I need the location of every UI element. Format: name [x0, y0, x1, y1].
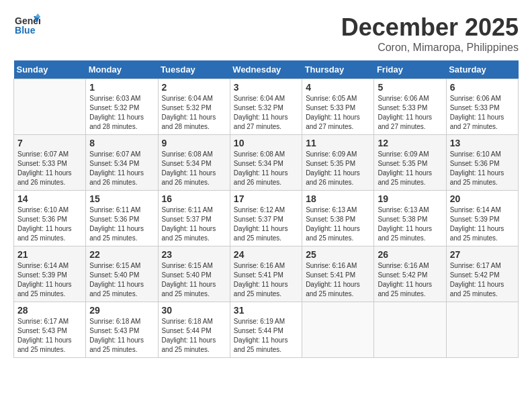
day-info: Sunrise: 6:04 AM Sunset: 5:32 PM Dayligh… [162, 94, 226, 132]
calendar-body: 1Sunrise: 6:03 AM Sunset: 5:32 PM Daylig… [14, 79, 519, 358]
day-info: Sunrise: 6:06 AM Sunset: 5:33 PM Dayligh… [378, 94, 442, 132]
day-cell: 25Sunrise: 6:16 AM Sunset: 5:41 PM Dayli… [302, 246, 374, 302]
week-row-5: 28Sunrise: 6:17 AM Sunset: 5:43 PM Dayli… [14, 302, 519, 358]
day-cell: 14Sunrise: 6:10 AM Sunset: 5:36 PM Dayli… [14, 191, 86, 246]
header-row: SundayMondayTuesdayWednesdayThursdayFrid… [14, 60, 519, 79]
day-cell: 2Sunrise: 6:04 AM Sunset: 5:32 PM Daylig… [158, 79, 230, 135]
day-cell: 1Sunrise: 6:03 AM Sunset: 5:32 PM Daylig… [86, 79, 158, 135]
day-info: Sunrise: 6:17 AM Sunset: 5:43 PM Dayligh… [17, 317, 82, 355]
day-cell: 10Sunrise: 6:08 AM Sunset: 5:34 PM Dayli… [230, 135, 302, 191]
day-number: 7 [17, 138, 82, 148]
day-info: Sunrise: 6:11 AM Sunset: 5:37 PM Dayligh… [162, 205, 226, 243]
day-number: 24 [234, 249, 298, 260]
day-number: 8 [89, 138, 154, 148]
day-number: 17 [234, 193, 298, 204]
day-info: Sunrise: 6:18 AM Sunset: 5:43 PM Dayligh… [89, 317, 154, 355]
header-cell-wednesday: Wednesday [230, 60, 302, 79]
day-info: Sunrise: 6:05 AM Sunset: 5:33 PM Dayligh… [306, 94, 370, 132]
svg-text:Blue: Blue [15, 25, 36, 36]
day-number: 2 [162, 82, 226, 93]
day-cell: 12Sunrise: 6:09 AM Sunset: 5:35 PM Dayli… [374, 135, 446, 191]
day-number: 3 [234, 82, 298, 93]
day-cell: 26Sunrise: 6:16 AM Sunset: 5:42 PM Dayli… [374, 246, 446, 302]
day-info: Sunrise: 6:13 AM Sunset: 5:38 PM Dayligh… [378, 205, 442, 243]
day-cell: 31Sunrise: 6:19 AM Sunset: 5:44 PM Dayli… [230, 302, 302, 358]
day-info: Sunrise: 6:14 AM Sunset: 5:39 PM Dayligh… [450, 205, 515, 243]
day-number: 27 [450, 249, 515, 260]
header-cell-sunday: Sunday [14, 60, 86, 79]
day-number: 9 [162, 138, 226, 148]
day-info: Sunrise: 6:17 AM Sunset: 5:42 PM Dayligh… [450, 261, 515, 299]
day-cell: 23Sunrise: 6:15 AM Sunset: 5:40 PM Dayli… [158, 246, 230, 302]
day-number: 18 [306, 193, 370, 204]
day-info: Sunrise: 6:08 AM Sunset: 5:34 PM Dayligh… [234, 150, 298, 187]
day-cell: 30Sunrise: 6:18 AM Sunset: 5:44 PM Dayli… [158, 302, 230, 358]
header-cell-tuesday: Tuesday [158, 60, 230, 79]
day-cell: 5Sunrise: 6:06 AM Sunset: 5:33 PM Daylig… [374, 79, 446, 135]
day-info: Sunrise: 6:14 AM Sunset: 5:39 PM Dayligh… [17, 261, 82, 299]
day-info: Sunrise: 6:10 AM Sunset: 5:36 PM Dayligh… [17, 205, 82, 243]
day-number: 5 [378, 82, 442, 93]
day-number: 6 [450, 82, 515, 93]
day-cell: 8Sunrise: 6:07 AM Sunset: 5:34 PM Daylig… [86, 135, 158, 191]
day-number: 20 [450, 193, 515, 204]
day-info: Sunrise: 6:04 AM Sunset: 5:32 PM Dayligh… [234, 94, 298, 132]
day-number: 28 [17, 305, 82, 316]
logo-icon: General Blue [13, 13, 40, 37]
day-cell: 29Sunrise: 6:18 AM Sunset: 5:43 PM Dayli… [86, 302, 158, 358]
day-info: Sunrise: 6:12 AM Sunset: 5:37 PM Dayligh… [234, 205, 298, 243]
day-number: 21 [17, 249, 82, 260]
day-cell: 28Sunrise: 6:17 AM Sunset: 5:43 PM Dayli… [14, 302, 86, 358]
month-title: December 2025 [341, 13, 519, 42]
day-info: Sunrise: 6:15 AM Sunset: 5:40 PM Dayligh… [162, 261, 226, 299]
header-cell-thursday: Thursday [302, 60, 374, 79]
header-cell-saturday: Saturday [446, 60, 518, 79]
day-cell [302, 302, 374, 358]
day-cell: 15Sunrise: 6:11 AM Sunset: 5:36 PM Dayli… [86, 191, 158, 246]
day-number: 13 [450, 138, 515, 148]
day-cell: 3Sunrise: 6:04 AM Sunset: 5:32 PM Daylig… [230, 79, 302, 135]
day-info: Sunrise: 6:16 AM Sunset: 5:42 PM Dayligh… [378, 261, 442, 299]
day-info: Sunrise: 6:07 AM Sunset: 5:33 PM Dayligh… [17, 150, 82, 187]
calendar-table: SundayMondayTuesdayWednesdayThursdayFrid… [13, 60, 519, 358]
calendar-header: SundayMondayTuesdayWednesdayThursdayFrid… [14, 60, 519, 79]
day-info: Sunrise: 6:03 AM Sunset: 5:32 PM Dayligh… [89, 94, 154, 132]
day-info: Sunrise: 6:16 AM Sunset: 5:41 PM Dayligh… [234, 261, 298, 299]
day-number: 4 [306, 82, 370, 93]
header-cell-friday: Friday [374, 60, 446, 79]
day-number: 29 [89, 305, 154, 316]
day-cell: 19Sunrise: 6:13 AM Sunset: 5:38 PM Dayli… [374, 191, 446, 246]
day-number: 11 [306, 138, 370, 148]
location: Coron, Mimaropa, Philippines [341, 42, 519, 54]
day-cell [446, 302, 518, 358]
day-cell: 4Sunrise: 6:05 AM Sunset: 5:33 PM Daylig… [302, 79, 374, 135]
day-cell: 9Sunrise: 6:08 AM Sunset: 5:34 PM Daylig… [158, 135, 230, 191]
day-cell [14, 79, 86, 135]
day-number: 19 [378, 193, 442, 204]
day-cell: 18Sunrise: 6:13 AM Sunset: 5:38 PM Dayli… [302, 191, 374, 246]
day-number: 1 [89, 82, 154, 93]
day-cell: 13Sunrise: 6:10 AM Sunset: 5:36 PM Dayli… [446, 135, 518, 191]
day-cell: 24Sunrise: 6:16 AM Sunset: 5:41 PM Dayli… [230, 246, 302, 302]
day-number: 26 [378, 249, 442, 260]
day-number: 14 [17, 193, 82, 204]
day-cell: 16Sunrise: 6:11 AM Sunset: 5:37 PM Dayli… [158, 191, 230, 246]
week-row-3: 14Sunrise: 6:10 AM Sunset: 5:36 PM Dayli… [14, 191, 519, 246]
day-info: Sunrise: 6:18 AM Sunset: 5:44 PM Dayligh… [162, 317, 226, 355]
header-cell-monday: Monday [86, 60, 158, 79]
day-cell: 20Sunrise: 6:14 AM Sunset: 5:39 PM Dayli… [446, 191, 518, 246]
day-info: Sunrise: 6:09 AM Sunset: 5:35 PM Dayligh… [306, 150, 370, 187]
day-info: Sunrise: 6:06 AM Sunset: 5:33 PM Dayligh… [450, 94, 515, 132]
day-number: 15 [89, 193, 154, 204]
title-area: December 2025 Coron, Mimaropa, Philippin… [341, 13, 519, 54]
day-number: 22 [89, 249, 154, 260]
page-header: General Blue December 2025 Coron, Mimaro… [13, 13, 519, 54]
week-row-2: 7Sunrise: 6:07 AM Sunset: 5:33 PM Daylig… [14, 135, 519, 191]
day-info: Sunrise: 6:09 AM Sunset: 5:35 PM Dayligh… [378, 150, 442, 187]
day-number: 16 [162, 193, 226, 204]
day-cell: 17Sunrise: 6:12 AM Sunset: 5:37 PM Dayli… [230, 191, 302, 246]
week-row-1: 1Sunrise: 6:03 AM Sunset: 5:32 PM Daylig… [14, 79, 519, 135]
day-cell [374, 302, 446, 358]
day-cell: 21Sunrise: 6:14 AM Sunset: 5:39 PM Dayli… [14, 246, 86, 302]
day-info: Sunrise: 6:15 AM Sunset: 5:40 PM Dayligh… [89, 261, 154, 299]
